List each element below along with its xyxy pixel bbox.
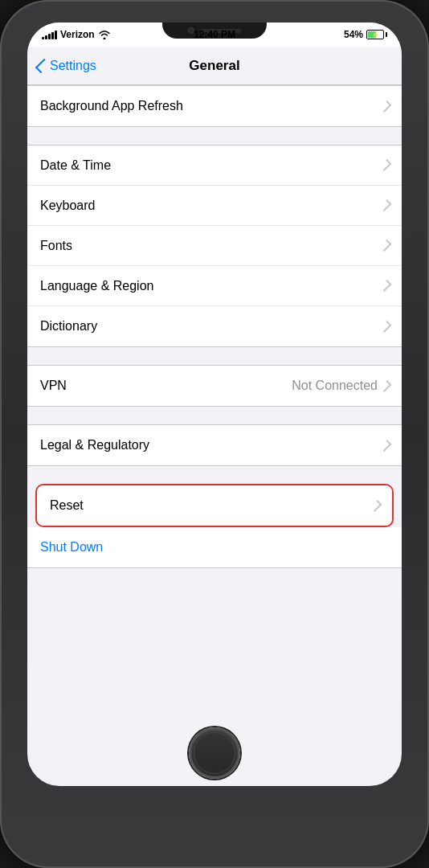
carrier-label: Verizon — [60, 29, 95, 40]
keyboard-label: Keyboard — [40, 199, 96, 213]
spacer-3 — [27, 407, 402, 424]
status-time: 12:40 PM — [194, 29, 235, 40]
chevron-right-icon — [380, 240, 392, 252]
section-group-2: Date & Time Keyboard Fonts — [27, 145, 402, 347]
spacer-2 — [27, 347, 402, 365]
vpn-item[interactable]: VPN Not Connected — [27, 366, 402, 406]
date-time-label: Date & Time — [40, 158, 111, 173]
status-right: 54% ⚡ — [344, 29, 387, 40]
home-button-area — [27, 720, 402, 786]
dictionary-right — [382, 321, 389, 332]
wifi-icon — [98, 30, 111, 39]
reset-section-wrapper: Reset — [27, 484, 402, 527]
reset-item[interactable]: Reset — [37, 485, 392, 526]
background-app-refresh-item[interactable]: Background App Refresh — [27, 86, 402, 126]
chevron-left-icon — [35, 58, 50, 72]
vpn-label: VPN — [40, 379, 67, 393]
date-time-right — [382, 160, 389, 170]
battery-icon: ⚡ — [366, 30, 387, 39]
navigation-bar: Settings General — [27, 47, 402, 85]
legal-regulatory-right — [382, 440, 389, 451]
chevron-right-icon — [380, 199, 392, 211]
status-left: Verizon — [42, 29, 111, 40]
fonts-label: Fonts — [40, 239, 72, 253]
legal-regulatory-label: Legal & Regulatory — [40, 438, 149, 452]
background-app-refresh-label: Background App Refresh — [40, 99, 183, 113]
fonts-right — [382, 240, 389, 251]
battery-percent-label: 54% — [344, 29, 363, 40]
settings-content: Background App Refresh Date & Time Keybo… — [27, 85, 402, 720]
phone-device: Verizon 12:40 PM 54% ⚡ — [0, 0, 429, 868]
shutdown-label: Shut Down — [40, 540, 103, 555]
reset-label: Reset — [50, 498, 84, 513]
language-region-label: Language & Region — [40, 279, 153, 293]
home-button-inner — [194, 732, 235, 774]
section-group-3: VPN Not Connected — [27, 365, 402, 407]
spacer-1 — [27, 127, 402, 145]
vpn-right: Not Connected — [292, 379, 389, 393]
chevron-right-icon — [370, 500, 382, 512]
chevron-right-icon — [380, 321, 392, 333]
chevron-right-icon — [380, 159, 392, 171]
phone-screen: Verizon 12:40 PM 54% ⚡ — [27, 23, 402, 786]
page-title: General — [189, 58, 239, 74]
dictionary-item[interactable]: Dictionary — [27, 306, 402, 346]
language-region-right — [382, 280, 389, 291]
charging-icon: ⚡ — [371, 31, 379, 39]
chevron-right-icon — [380, 440, 392, 452]
keyboard-item[interactable]: Keyboard — [27, 186, 402, 226]
section-group-1: Background App Refresh — [27, 85, 402, 127]
signal-icon — [42, 30, 57, 39]
back-button[interactable]: Settings — [39, 59, 96, 73]
shutdown-item[interactable]: Shut Down — [27, 527, 402, 567]
reset-highlight-border: Reset — [35, 484, 394, 527]
back-label: Settings — [50, 59, 96, 73]
legal-regulatory-item[interactable]: Legal & Regulatory — [27, 425, 402, 465]
spacer-5 — [27, 568, 402, 586]
chevron-right-icon — [380, 280, 392, 292]
language-region-item[interactable]: Language & Region — [27, 266, 402, 306]
spacer-4 — [27, 466, 402, 484]
vpn-value: Not Connected — [292, 379, 378, 393]
background-app-refresh-right — [382, 101, 389, 112]
shutdown-section: Shut Down — [27, 527, 402, 568]
date-time-item[interactable]: Date & Time — [27, 145, 402, 186]
fonts-item[interactable]: Fonts — [27, 226, 402, 266]
reset-right — [373, 501, 379, 511]
section-group-4: Legal & Regulatory — [27, 424, 402, 466]
dictionary-label: Dictionary — [40, 319, 97, 334]
chevron-right-icon — [380, 100, 392, 113]
keyboard-right — [382, 200, 389, 211]
status-bar: Verizon 12:40 PM 54% ⚡ — [27, 23, 402, 47]
chevron-right-icon — [380, 380, 392, 392]
home-button[interactable] — [189, 727, 240, 779]
